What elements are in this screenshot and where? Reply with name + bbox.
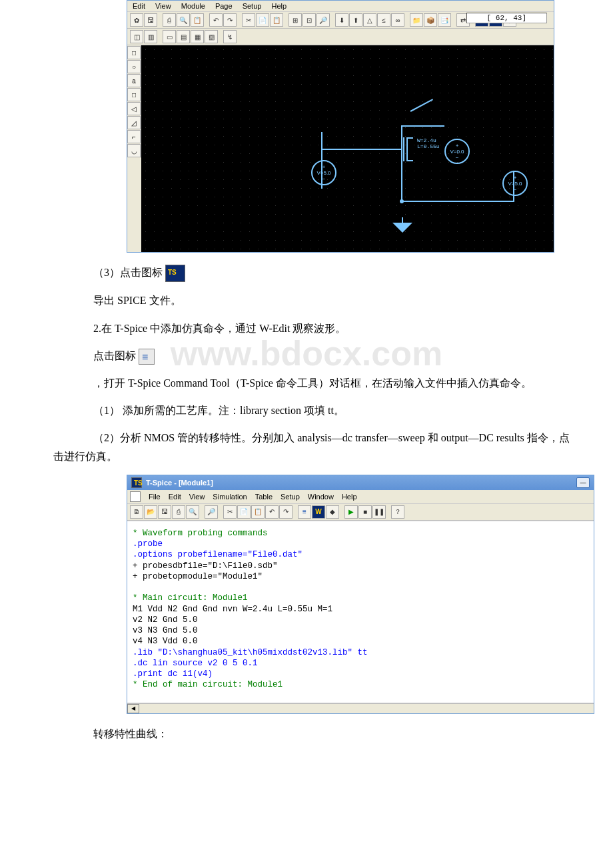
mos-wl-label: W=2.4u L=0.55u bbox=[417, 137, 440, 149]
tool-btn[interactable]: 📄 bbox=[256, 13, 269, 27]
new-file-icon[interactable]: 🗎 bbox=[130, 505, 143, 519]
tool-btn[interactable]: ≤ bbox=[377, 13, 390, 27]
tool-btn[interactable]: ▭ bbox=[163, 30, 176, 43]
cut-icon[interactable]: ✂ bbox=[223, 505, 237, 519]
command-tool-icon bbox=[139, 349, 155, 365]
menu-view[interactable]: View bbox=[155, 2, 171, 10]
stop-icon[interactable]: ■ bbox=[358, 505, 372, 519]
tool-btn[interactable]: ↷ bbox=[223, 13, 237, 27]
tool-btn[interactable]: ◫ bbox=[130, 30, 143, 43]
wedit-icon[interactable]: W bbox=[312, 505, 325, 519]
tool-btn[interactable]: ∞ bbox=[391, 13, 404, 27]
tool-btn[interactable]: ⎙ bbox=[163, 13, 176, 27]
tool-btn[interactable]: ✂ bbox=[242, 13, 255, 27]
save-icon[interactable]: 🖫 bbox=[158, 505, 171, 519]
menu-window[interactable]: Window bbox=[308, 493, 334, 501]
app-icon bbox=[131, 477, 142, 488]
paragraph: 转移特性曲线： bbox=[93, 725, 580, 743]
spice-code-editor[interactable]: * Waveform probing commands .probe .opti… bbox=[127, 521, 594, 703]
tool-btn[interactable]: ▤ bbox=[177, 30, 190, 43]
titlebar: T-Spice - [Module1] — bbox=[127, 475, 594, 490]
palette-sidebar: □ ○ a □ ◁ ◿ ⌐ ◡ bbox=[127, 45, 141, 158]
tool-btn[interactable]: △ bbox=[363, 13, 376, 27]
palette-tool[interactable]: □ bbox=[127, 46, 141, 59]
paragraph: （2）分析 NMOS 管的转移特性。分别加入 analysis—dc trans… bbox=[53, 429, 580, 465]
redo-icon[interactable]: ↷ bbox=[279, 505, 293, 519]
tool-btn[interactable]: ✿ bbox=[130, 13, 143, 27]
window-title: T-Spice - [Module1] bbox=[146, 479, 213, 487]
paste-icon[interactable]: 📋 bbox=[251, 505, 265, 519]
palette-tool[interactable]: a bbox=[127, 74, 141, 87]
paint-icon[interactable]: ◆ bbox=[326, 505, 339, 519]
tool-btn[interactable]: 📦 bbox=[424, 13, 437, 27]
document-icon bbox=[130, 491, 141, 502]
tool-btn[interactable]: ⊞ bbox=[289, 13, 302, 27]
tool-btn[interactable]: ⬆ bbox=[349, 13, 362, 27]
tool-btn[interactable]: ▥ bbox=[144, 30, 157, 43]
ground-symbol bbox=[391, 217, 414, 232]
paragraph: ，打开 T-Spice Command Tool（T-Spice 命令工具）对话… bbox=[53, 374, 580, 392]
paragraph: 点击图标 bbox=[93, 347, 580, 365]
tool-btn[interactable]: ↯ bbox=[223, 30, 237, 43]
run-icon[interactable]: ▶ bbox=[344, 505, 358, 519]
scroll-left-button[interactable]: ◀ bbox=[127, 704, 139, 713]
tool-btn[interactable]: ▦ bbox=[191, 30, 204, 43]
toolbar: 🗎 📂 🖫 ⎙ 🔍 🔎 ✂ 📄 📋 ↶ ↷ ≡ W ◆ ▶ ■ ❚❚ ？ bbox=[127, 504, 594, 521]
find-icon[interactable]: 🔎 bbox=[205, 505, 218, 519]
palette-tool[interactable]: ◡ bbox=[127, 144, 141, 157]
paragraph: 2.在 T-Spice 中添加仿真命令，通过 W-Edit 观察波形。 bbox=[93, 319, 580, 337]
palette-tool[interactable]: □ bbox=[127, 88, 141, 101]
voltage-source-gate: +V=0.0− bbox=[444, 139, 470, 164]
menu-setup[interactable]: Setup bbox=[281, 493, 300, 501]
paragraph: （3）点击图标 bbox=[93, 263, 580, 282]
toolbar-main: ✿ 🖫 ⎙ 🔍 📋 ↶ ↷ ✂ 📄 📋 ⊞ ⊡ 🔎 ⬇ ⬆ △ ≤ ∞ 📁 bbox=[127, 12, 554, 29]
tool-btn[interactable]: 🖫 bbox=[144, 13, 157, 27]
toolbar-secondary: ◫ ▥ ▭ ▤ ▦ ▧ ↯ bbox=[127, 29, 554, 45]
paragraph: 导出 SPICE 文件。 bbox=[93, 291, 580, 309]
preview-icon[interactable]: 🔍 bbox=[186, 505, 199, 519]
palette-tool[interactable]: ◁ bbox=[127, 102, 141, 115]
minimize-button[interactable]: — bbox=[576, 477, 590, 488]
tool-btn[interactable]: 📑 bbox=[438, 13, 451, 27]
menu-setup[interactable]: Setup bbox=[243, 2, 262, 10]
menu-help[interactable]: Help bbox=[271, 2, 287, 10]
coordinate-display: [ 62, 43] bbox=[466, 13, 547, 23]
menu-edit[interactable]: Edit bbox=[169, 493, 181, 501]
menubar: File Edit View Simulation Table Setup Wi… bbox=[127, 490, 594, 504]
tool-btn[interactable]: ▧ bbox=[205, 30, 218, 43]
command-tool-icon[interactable]: ≡ bbox=[298, 505, 311, 519]
menu-view[interactable]: View bbox=[189, 493, 205, 501]
menubar: Edit View Module Page Setup Help bbox=[127, 1, 554, 12]
open-icon[interactable]: 📂 bbox=[144, 505, 157, 519]
menu-simulation[interactable]: Simulation bbox=[213, 493, 247, 501]
tool-btn[interactable]: ⊡ bbox=[303, 13, 316, 27]
schematic-editor-window: Edit View Module Page Setup Help ✿ 🖫 ⎙ 🔍… bbox=[127, 0, 554, 253]
pause-icon[interactable]: ❚❚ bbox=[372, 505, 386, 519]
tool-btn[interactable]: 📁 bbox=[410, 13, 423, 27]
schematic-canvas[interactable]: W=2.4u L=0.55u +V=5.0− +V=0.0− +V=5.0− bbox=[141, 45, 554, 252]
voltage-source-left: +V=5.0− bbox=[311, 160, 336, 185]
tool-btn[interactable]: ↶ bbox=[209, 13, 223, 27]
menu-table[interactable]: Table bbox=[255, 493, 273, 501]
copy-icon[interactable]: 📄 bbox=[237, 505, 251, 519]
tool-btn[interactable]: ⬇ bbox=[335, 13, 348, 27]
print-icon[interactable]: ⎙ bbox=[172, 505, 185, 519]
palette-tool[interactable]: ◿ bbox=[127, 116, 141, 129]
palette-tool[interactable]: ○ bbox=[127, 60, 141, 73]
horizontal-scrollbar[interactable]: ◀ bbox=[127, 703, 594, 713]
palette-tool[interactable]: ⌐ bbox=[127, 130, 141, 143]
menu-help[interactable]: Help bbox=[342, 493, 357, 501]
tool-btn[interactable]: 🔍 bbox=[177, 13, 190, 27]
tool-btn[interactable]: 📋 bbox=[191, 13, 204, 27]
undo-icon[interactable]: ↶ bbox=[265, 505, 279, 519]
menu-module[interactable]: Module bbox=[181, 2, 205, 10]
menu-page[interactable]: Page bbox=[215, 2, 233, 10]
menu-file[interactable]: File bbox=[149, 493, 161, 501]
help-icon[interactable]: ？ bbox=[391, 505, 404, 519]
voltage-source-right: +V=5.0− bbox=[502, 171, 528, 196]
tool-btn[interactable]: 🔎 bbox=[316, 13, 330, 27]
menu-edit[interactable]: Edit bbox=[133, 2, 145, 10]
tspice-window: T-Spice - [Module1] — File Edit View Sim… bbox=[127, 475, 594, 714]
tool-btn[interactable]: 📋 bbox=[270, 13, 283, 27]
paragraph: （1） 添加所需的工艺库。注：library section 项填 tt。 bbox=[93, 401, 580, 419]
